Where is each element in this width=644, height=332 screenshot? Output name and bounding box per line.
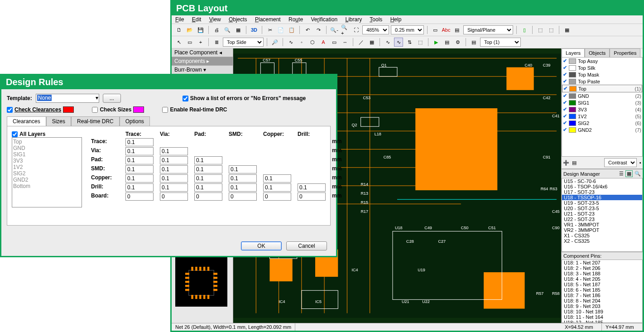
- rect-icon[interactable]: ▭: [330, 38, 339, 47]
- tool-abc-icon[interactable]: Abc: [442, 25, 451, 34]
- dm-item[interactable]: U18 - TSSOP-16: [562, 195, 642, 200]
- clearance-input[interactable]: [125, 165, 154, 173]
- layer-row[interactable]: ✔SIG1(3): [562, 99, 642, 106]
- copy-icon[interactable]: 📄: [276, 25, 285, 34]
- a-icon[interactable]: A: [319, 38, 328, 47]
- clearance-input[interactable]: [160, 174, 188, 183]
- menu-objects[interactable]: Objects: [229, 16, 247, 23]
- cross-icon[interactable]: +: [196, 38, 205, 47]
- top-layer-combo[interactable]: Top (1): [480, 38, 521, 47]
- dm-item[interactable]: U15 - SC-70-6: [562, 178, 642, 184]
- dm-icon1[interactable]: ☰: [619, 171, 624, 177]
- tool-a-icon[interactable]: ▭: [431, 25, 440, 34]
- layer-row[interactable]: ✔1V2(5): [562, 113, 642, 120]
- undo-icon[interactable]: ↶: [303, 25, 312, 34]
- dm-item[interactable]: U20 - SOT-23-5: [562, 206, 642, 211]
- tool-g4-icon[interactable]: ▦: [562, 25, 572, 34]
- line-icon[interactable]: ／: [356, 38, 365, 47]
- grid-combo[interactable]: 0.25 mm: [391, 25, 424, 34]
- zoom-in-icon[interactable]: 🔍+: [341, 25, 350, 34]
- sizes-color-icon[interactable]: [133, 106, 144, 113]
- preview-icon[interactable]: 🔍: [223, 25, 232, 34]
- dm-item[interactable]: X2 - CS325: [562, 238, 642, 244]
- clearance-input[interactable]: [160, 147, 188, 155]
- all-layers-checkbox[interactable]: All Layers: [12, 131, 82, 137]
- ok-button[interactable]: OK: [241, 241, 282, 250]
- dm-item[interactable]: VR1 - 3MMPOT: [562, 222, 642, 227]
- library-header[interactable]: Burr-Brown ▾: [172, 66, 233, 74]
- tab-clearances[interactable]: Clearances: [7, 116, 46, 126]
- clearance-input[interactable]: [125, 174, 154, 183]
- pin-item[interactable]: U18: 11 - Net 164: [562, 314, 642, 320]
- tool-g3-icon[interactable]: ⬚: [547, 25, 556, 34]
- component-pins-list[interactable]: U18: 1 - Net 207U18: 2 - Net 206U18: 3 -…: [562, 260, 643, 323]
- menu-edit[interactable]: Edit: [192, 16, 202, 23]
- gear-icon[interactable]: ⚙: [453, 38, 462, 47]
- route-icon[interactable]: ∿: [286, 38, 295, 47]
- tab-objects[interactable]: Objects: [585, 48, 610, 57]
- dm-item[interactable]: X1 - CS325: [562, 233, 642, 238]
- show-errors-checkbox[interactable]: Show a list of errors or "No Errors" mes…: [183, 95, 306, 101]
- find-icon[interactable]: 🔎: [270, 38, 279, 47]
- cancel-button[interactable]: Cancel: [286, 241, 327, 250]
- dm-icon2[interactable]: ▦: [625, 170, 633, 177]
- menu-verification[interactable]: Verification: [311, 16, 337, 23]
- r3-icon[interactable]: ⇅: [405, 38, 414, 47]
- pin-item[interactable]: U18: 1 - Net 207: [562, 260, 642, 265]
- layer-row[interactable]: ✔GND2(7): [562, 126, 642, 133]
- browse-button[interactable]: ...: [103, 94, 121, 103]
- place-component-header[interactable]: Place Component ◂: [172, 48, 233, 57]
- r2-icon[interactable]: ∿: [394, 38, 403, 47]
- design-manager-list[interactable]: U15 - SC-70-6U16 - TSOP-16/4x6U17 - SOT-…: [562, 178, 643, 252]
- tool-g2-icon[interactable]: ⬚: [536, 25, 545, 34]
- dim-icon[interactable]: ↔: [341, 38, 350, 47]
- dm-item[interactable]: U21 - SOT-23: [562, 211, 642, 217]
- clearance-input[interactable]: [194, 174, 222, 183]
- layer-row[interactable]: ✔3V3(4): [562, 106, 642, 113]
- clearance-input[interactable]: [194, 183, 222, 192]
- layer-row[interactable]: ✔SIG2(6): [562, 120, 642, 126]
- clearance-input[interactable]: [298, 192, 326, 201]
- 3d-button[interactable]: 3D: [250, 25, 259, 34]
- clearance-input[interactable]: [125, 183, 154, 192]
- dm-item[interactable]: VR2 - 3MMPOT: [562, 227, 642, 233]
- dm-item[interactable]: U19 - SOT-23-5: [562, 200, 642, 206]
- clearance-input[interactable]: [125, 156, 154, 164]
- clearance-input[interactable]: [229, 165, 257, 173]
- tool-layer-icon[interactable]: ▤: [452, 25, 461, 34]
- clearance-input[interactable]: [160, 183, 188, 192]
- chevron-down-icon[interactable]: ▾: [96, 95, 98, 101]
- contrast-combo[interactable]: Contrast: [604, 158, 637, 167]
- layer-row[interactable]: ✔Top Silk: [562, 64, 642, 71]
- open-icon[interactable]: 📂: [185, 25, 194, 34]
- clearance-input[interactable]: [125, 138, 154, 146]
- clearance-input[interactable]: [160, 192, 188, 201]
- dm-item[interactable]: U16 - TSOP-16/4x6: [562, 184, 642, 189]
- clearance-input[interactable]: [160, 156, 188, 164]
- pin-item[interactable]: U18: 3 - Net 188: [562, 271, 642, 276]
- add-layer-icon[interactable]: ➕: [563, 160, 569, 166]
- zoom-combo[interactable]: 485%: [362, 25, 389, 34]
- r1-icon[interactable]: ∿: [383, 38, 392, 47]
- new-icon[interactable]: 🗋: [174, 25, 183, 34]
- clearance-input[interactable]: [194, 165, 222, 173]
- clearance-input[interactable]: [229, 174, 257, 183]
- pin-item[interactable]: U18: 2 - Net 206: [562, 265, 642, 271]
- menu-file[interactable]: File: [175, 16, 184, 23]
- pin-item[interactable]: U18: 6 - Net 185: [562, 287, 642, 293]
- layer-mode-combo[interactable]: Signal/Plane: [463, 25, 513, 34]
- cut-icon[interactable]: ✂: [265, 25, 274, 34]
- pin-item[interactable]: U18: 8 - Net 204: [562, 298, 642, 303]
- pin-item[interactable]: U18: 9 - Net 203: [562, 303, 642, 309]
- octagon-icon[interactable]: ⬡: [308, 38, 317, 47]
- paste-icon[interactable]: 📋: [287, 25, 296, 34]
- pan-icon[interactable]: ▭: [185, 38, 194, 47]
- list-icon[interactable]: ▤: [442, 38, 452, 47]
- menu-view[interactable]: View: [209, 16, 221, 23]
- clearance-input[interactable]: [194, 192, 222, 201]
- check-sizes-checkbox[interactable]: Check Sizes: [92, 106, 144, 113]
- layer-row[interactable]: ✔Top Assy: [562, 58, 642, 64]
- pointer-icon[interactable]: ↖: [174, 38, 183, 47]
- titles-icon[interactable]: ▦: [234, 25, 243, 34]
- layer-opts-icon[interactable]: ▤: [572, 160, 577, 166]
